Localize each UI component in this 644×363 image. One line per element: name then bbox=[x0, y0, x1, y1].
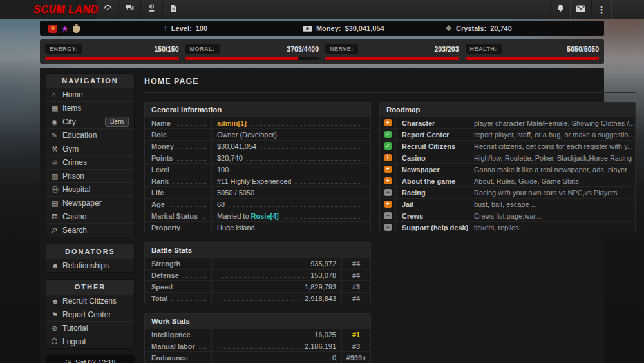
sidebar-item-label: Newspaper bbox=[62, 199, 102, 208]
moneybag-badge[interactable] bbox=[73, 26, 80, 33]
sidebar-item-label: Gym bbox=[62, 144, 79, 153]
relationships-icon: ☻ bbox=[52, 262, 62, 270]
sidebar-item-city[interactable]: ◉CityBern bbox=[46, 115, 134, 128]
table-row: Life5050 / 5050 bbox=[145, 186, 370, 198]
messages-button[interactable] bbox=[571, 0, 591, 19]
sidebar-item-label: Casino bbox=[62, 212, 86, 221]
rank-badge: #4 bbox=[341, 270, 370, 280]
table-row: Manual labor2,186,191#3 bbox=[145, 340, 370, 351]
battle-stats-section: Battle Stats Strength935,972#4 Defense15… bbox=[144, 242, 371, 304]
crown-badge[interactable]: ♛ bbox=[48, 25, 57, 33]
nerve-track bbox=[325, 57, 459, 60]
sidebar-item-casino[interactable]: ⚄Casino bbox=[46, 210, 134, 223]
spouse-link[interactable]: Rosie[4] bbox=[251, 212, 279, 220]
home-icon: ⌂ bbox=[52, 91, 62, 99]
status-check-icon: ✓ bbox=[384, 131, 392, 138]
table-row: Endurance0#999+ bbox=[145, 351, 370, 363]
sidebar-item-report-center[interactable]: ⚑Report Center bbox=[46, 308, 134, 321]
rank-badge: #999+ bbox=[341, 352, 370, 363]
gym-icon: ⚒ bbox=[52, 145, 62, 153]
sidebar-item-newspaper[interactable]: ▤Newspaper bbox=[46, 196, 134, 210]
education-icon: ✎ bbox=[52, 132, 62, 140]
hospital-icon: Ⓗ bbox=[52, 185, 62, 195]
energy-label: ENERGY: bbox=[45, 44, 82, 54]
tutorial-icon: ⊗ bbox=[52, 324, 62, 333]
sidebar-item-relationships[interactable]: ☻Relationships bbox=[46, 259, 134, 272]
money-indicator: Money: $30,041,054 bbox=[303, 25, 384, 32]
top-navbar: SCUM LAND ⋮ bbox=[0, 0, 644, 19]
content-area: HOME PAGE General Information Nameadmin[… bbox=[144, 73, 636, 363]
sidebar-item-gym[interactable]: ⚒Gym bbox=[46, 142, 134, 155]
table-row: Intelligence16,025#1 bbox=[145, 328, 370, 340]
health-label: HEALTH: bbox=[466, 44, 502, 54]
deposit-icon bbox=[147, 3, 156, 15]
news-button[interactable] bbox=[162, 0, 184, 19]
sidebar-item-label: Prison bbox=[62, 172, 84, 181]
app-logo[interactable]: SCUM LAND bbox=[33, 4, 99, 15]
crystals-icon: ❖ bbox=[445, 25, 452, 32]
sidebar-item-label: Recruit Citizens bbox=[62, 297, 117, 306]
money-value: $30,041,054 bbox=[345, 25, 384, 32]
banknote-icon bbox=[303, 25, 312, 32]
stat-bars-panel: ENERGY:150/150 MORAL:3703/4400 NERVE:203… bbox=[40, 39, 604, 64]
status-minus-icon: − bbox=[384, 212, 392, 219]
bell-icon bbox=[556, 3, 565, 15]
sidebar-item-items[interactable]: ▦Items bbox=[46, 101, 134, 115]
donators-panel: DONATORS ☻Relationships bbox=[46, 244, 135, 273]
sidebar-item-label: Hospital bbox=[62, 185, 90, 194]
status-bar: ♛ ★ ↑ Level: 100 Money: $30,041,054 ❖ Cr… bbox=[40, 21, 604, 36]
roadmap-row: ✓Report Centerreport player, staff, or a… bbox=[380, 128, 635, 140]
city-badge[interactable]: Bern bbox=[105, 117, 129, 127]
search-icon: ⚲ bbox=[50, 226, 59, 235]
sidebar-item-label: Search bbox=[62, 226, 87, 235]
sidebar-item-crimes[interactable]: ☠Crimes bbox=[46, 155, 134, 169]
moral-track bbox=[185, 57, 319, 60]
sidebar-item-logout[interactable]: Logout bbox=[46, 335, 134, 348]
energy-fill bbox=[45, 57, 179, 60]
sidebar-item-home[interactable]: ⌂Home bbox=[46, 88, 134, 101]
deposit-button[interactable] bbox=[140, 0, 162, 19]
overflow-menu-button[interactable]: ⋮ bbox=[591, 0, 612, 19]
roadmap-title: Roadmap bbox=[380, 103, 635, 117]
health-fill bbox=[466, 57, 600, 60]
notifications-button[interactable] bbox=[550, 0, 571, 19]
sidebar: NAVIGATION ⌂Home ▦Items ◉CityBern ✎Educa… bbox=[46, 73, 135, 363]
moral-value: 3703/4400 bbox=[287, 45, 319, 53]
sidebar-item-education[interactable]: ✎Education bbox=[46, 128, 134, 142]
donators-title: DONATORS bbox=[46, 244, 134, 259]
battle-stats-title: Battle Stats bbox=[145, 243, 370, 257]
energy-track bbox=[45, 57, 179, 60]
money-label: Money: bbox=[316, 25, 341, 32]
roadmap-row: −Support (help desk)tickets, replies ...… bbox=[380, 221, 635, 233]
health-bar: HEALTH:5050/5050 bbox=[466, 43, 600, 64]
sidebar-item-label: City bbox=[62, 117, 76, 126]
rank-badge: #1 bbox=[341, 329, 370, 340]
sidebar-item-tutorial[interactable]: ⊗Tutorial bbox=[46, 321, 134, 335]
player-badges: ♛ ★ bbox=[48, 24, 80, 33]
navigation-panel: NAVIGATION ⌂Home ▦Items ◉CityBern ✎Educa… bbox=[46, 73, 135, 237]
main-panel: NAVIGATION ⌂Home ▦Items ◉CityBern ✎Educa… bbox=[40, 68, 604, 363]
sidebar-item-recruit-citizens[interactable]: ☻Recruit Citizens bbox=[46, 294, 134, 308]
player-name-link[interactable]: admin[1] bbox=[217, 119, 247, 127]
star-badge[interactable]: ★ bbox=[61, 25, 69, 33]
table-row: Speed1,829,793#3 bbox=[145, 280, 370, 292]
crimes-icon: ☠ bbox=[52, 159, 62, 167]
table-row: Strength935,972#4 bbox=[145, 257, 370, 269]
sidebar-item-label: Items bbox=[62, 104, 81, 113]
document-icon bbox=[169, 4, 178, 15]
sidebar-item-hospital[interactable]: ⒽHospital bbox=[46, 182, 134, 196]
table-row: Total2,918,843#4 bbox=[145, 292, 370, 304]
nerve-fill bbox=[325, 57, 459, 60]
energy-bar: ENERGY:150/150 bbox=[45, 43, 179, 64]
dashboard-button[interactable] bbox=[97, 0, 118, 19]
report-flag-icon: ⚑ bbox=[52, 311, 62, 319]
status-plus-icon: + bbox=[384, 177, 392, 184]
table-row: Money$30,041,054 bbox=[145, 140, 370, 152]
energy-value: 150/150 bbox=[155, 45, 179, 53]
logo-box: SCUM LAND bbox=[0, 0, 97, 19]
chat-button[interactable] bbox=[118, 0, 140, 19]
kebab-menu-icon: ⋮ bbox=[597, 5, 606, 15]
table-row: Nameadmin[1] bbox=[145, 117, 370, 128]
sidebar-item-prison[interactable]: ▥Prison bbox=[46, 169, 134, 182]
sidebar-item-search[interactable]: ⚲Search bbox=[46, 223, 134, 237]
